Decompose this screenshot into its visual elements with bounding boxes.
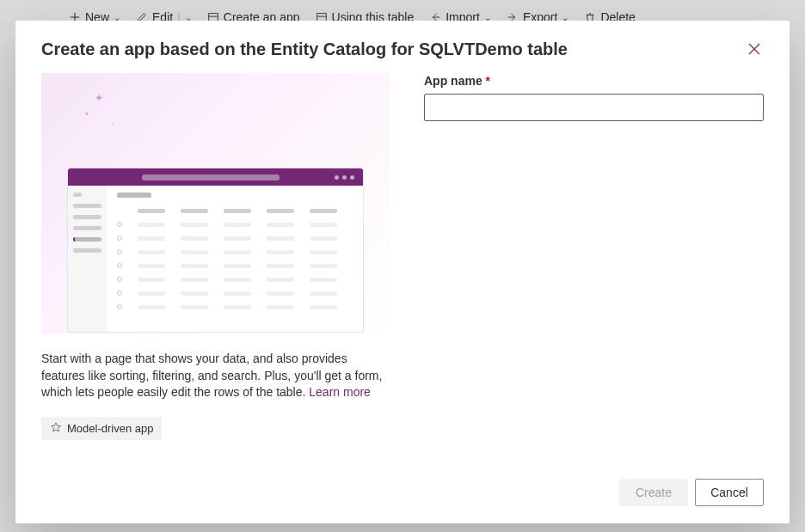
modal-title: Create an app based on the Entity Catalo… bbox=[41, 40, 568, 59]
create-app-modal: Create an app based on the Entity Catalo… bbox=[15, 21, 790, 523]
app-illustration: ✦ ✦ • bbox=[41, 73, 390, 333]
close-button[interactable] bbox=[745, 40, 764, 61]
model-driven-badge: Model-driven app bbox=[41, 417, 162, 440]
app-name-label: App name * bbox=[424, 74, 490, 88]
cancel-button[interactable]: Cancel bbox=[695, 479, 764, 506]
app-name-input[interactable] bbox=[424, 94, 764, 121]
app-type-icon bbox=[50, 422, 62, 434]
learn-more-link[interactable]: Learn more bbox=[309, 385, 371, 399]
description: Start with a page that shows your data, … bbox=[41, 351, 390, 401]
create-button[interactable]: Create bbox=[619, 479, 688, 506]
close-icon bbox=[748, 43, 760, 55]
